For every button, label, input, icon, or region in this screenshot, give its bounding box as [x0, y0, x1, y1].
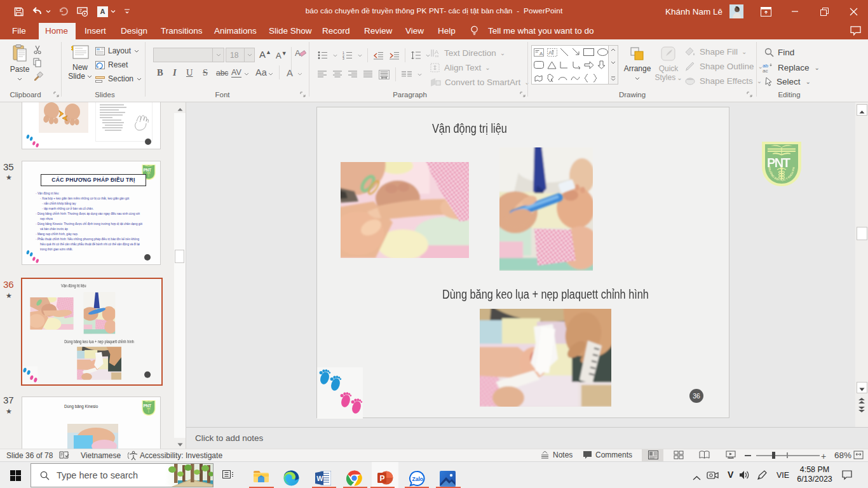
svg-text:ac: ac [763, 68, 768, 72]
svg-text:P: P [380, 474, 385, 483]
svg-text:A: A [539, 51, 543, 57]
svg-text:A: A [435, 49, 438, 55]
svg-text:Zalo: Zalo [412, 476, 423, 482]
svg-text:A: A [548, 50, 552, 56]
svg-text:A: A [295, 48, 301, 58]
svg-text:PNT: PNT [144, 168, 153, 172]
svg-text:3: 3 [342, 57, 344, 60]
svg-text:W: W [316, 475, 323, 482]
svg-text:PNT: PNT [144, 403, 153, 408]
